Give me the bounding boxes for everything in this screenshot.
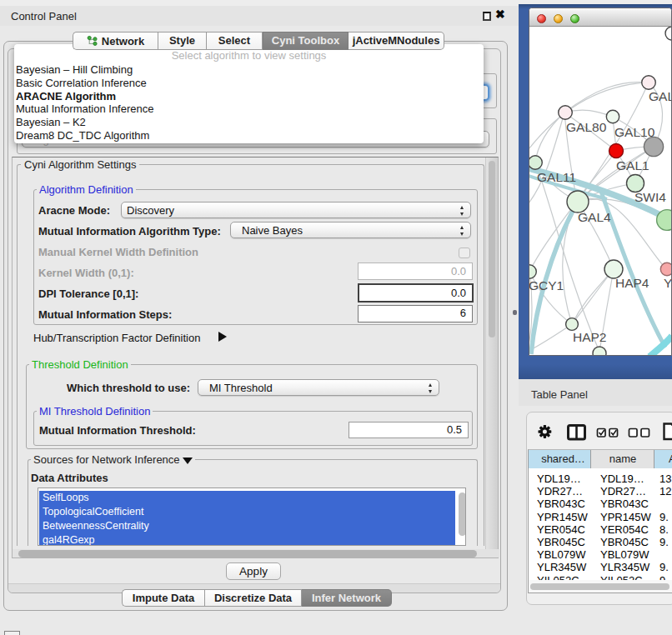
svg-text:GAL1: GAL1 [616, 158, 649, 172]
svg-text:HAP2: HAP2 [573, 330, 607, 344]
svg-text:HAP4: HAP4 [615, 276, 649, 290]
svg-text:Y: Y [664, 276, 672, 290]
svg-text:GCY1: GCY1 [529, 278, 564, 292]
svg-text:GAL10: GAL10 [614, 125, 655, 139]
svg-text:SWI4: SWI4 [634, 190, 666, 204]
svg-text:GAL80: GAL80 [566, 120, 607, 134]
svg-text:GAL7: GAL7 [649, 89, 672, 103]
svg-text:GAL11: GAL11 [537, 170, 576, 184]
svg-text:GAL4: GAL4 [578, 210, 611, 224]
